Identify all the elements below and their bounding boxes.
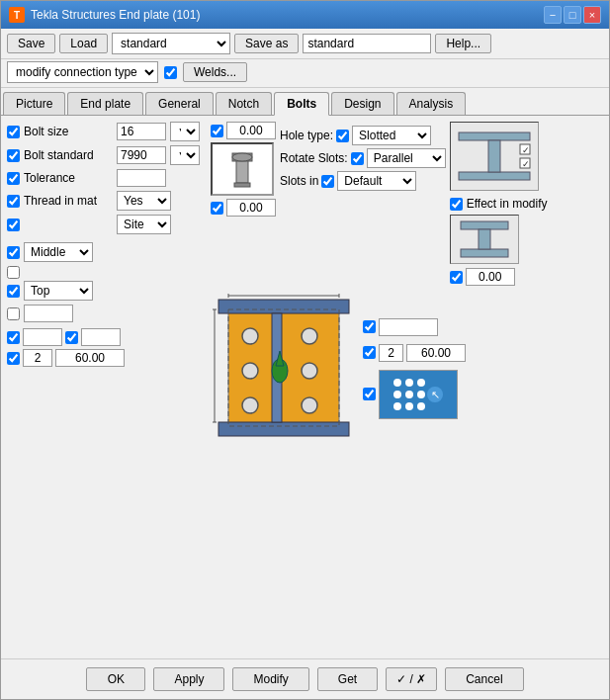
right-diagram-controls: ↖ ▼ <box>363 292 466 445</box>
rotate-slots-checkbox[interactable] <box>351 152 364 165</box>
bolt-size-input[interactable] <box>117 123 166 140</box>
top-select[interactable]: Top <box>24 281 93 301</box>
bolt-input2[interactable] <box>226 199 276 217</box>
tab-general[interactable]: General <box>145 92 214 115</box>
right-count-input[interactable] <box>379 344 403 362</box>
cancel-button[interactable]: Cancel <box>445 667 523 691</box>
svg-point-21 <box>242 363 258 379</box>
bottom-check3[interactable] <box>7 352 20 365</box>
bolt-standard-input[interactable] <box>117 146 166 164</box>
tab-notch[interactable]: Notch <box>216 92 272 115</box>
bottom-input1[interactable] <box>23 328 62 346</box>
top-checkbox[interactable] <box>7 285 20 298</box>
right-count-checkbox[interactable] <box>363 346 376 359</box>
help-button[interactable]: Help... <box>435 34 491 53</box>
right-spacing-input[interactable] <box>406 344 466 362</box>
footer: OK Apply Modify Get ✓ / ✗ Cancel <box>1 658 609 699</box>
bottom-check1[interactable] <box>7 331 20 344</box>
effect-val-input[interactable] <box>466 268 515 286</box>
right-top-input[interactable] <box>379 318 438 336</box>
maximize-button[interactable]: □ <box>564 6 581 24</box>
bolt-input1[interactable] <box>226 122 276 139</box>
bottom-count-input[interactable] <box>23 349 52 367</box>
bolt-size-select[interactable]: ▼ <box>170 122 200 141</box>
site-checkbox[interactable] <box>7 219 20 231</box>
site-row: Site <box>7 215 205 234</box>
rotate-slots-select[interactable]: Parallel <box>367 148 446 168</box>
welds-button[interactable]: Welds... <box>183 62 247 82</box>
site-select[interactable]: Site <box>117 215 171 234</box>
title-bar: T Tekla Structures End plate (101) − □ × <box>1 1 609 29</box>
right-count-row <box>363 344 466 362</box>
svg-point-41 <box>405 402 413 410</box>
tolerance-checkbox[interactable] <box>7 172 20 185</box>
input2-checkbox[interactable] <box>211 202 223 215</box>
modify-button[interactable]: Modify <box>232 667 308 691</box>
flange-svg: ✓ ✓ <box>451 123 538 190</box>
bottom-check2[interactable] <box>65 331 78 344</box>
bottom-count-row <box>7 328 205 346</box>
tab-design[interactable]: Design <box>331 92 393 115</box>
extra-checkbox2[interactable] <box>7 307 20 320</box>
svg-point-40 <box>393 402 401 410</box>
preset-dropdown[interactable]: standard <box>112 33 230 54</box>
bolt-size-checkbox[interactable] <box>7 126 20 138</box>
ok-button[interactable]: OK <box>86 667 145 691</box>
tab-picture[interactable]: Picture <box>3 92 65 115</box>
tolerance-row: Tolerance <box>7 169 205 187</box>
bottom-spacing-input[interactable] <box>55 349 125 367</box>
extra-checkbox[interactable] <box>7 266 20 279</box>
hole-type-checkbox[interactable] <box>336 130 349 142</box>
modify-connection-dropdown[interactable]: modify connection type <box>7 61 158 83</box>
slots-in-checkbox[interactable] <box>321 175 334 188</box>
svg-rect-1 <box>236 161 248 183</box>
svg-point-39 <box>417 391 425 398</box>
load-button[interactable]: Load <box>59 34 108 53</box>
bolt-size-label: Bolt size <box>24 125 113 138</box>
pattern-checkbox[interactable] <box>363 388 376 400</box>
effect-input-row <box>450 268 548 286</box>
effect-checkbox[interactable] <box>450 198 463 211</box>
bolt-standard-checkbox[interactable] <box>7 149 20 162</box>
toolbar-row2: modify connection type Welds... <box>1 59 609 88</box>
tab-end-plate[interactable]: End plate <box>67 92 143 115</box>
input1-checkbox[interactable] <box>211 125 223 137</box>
left-panel: Bolt size ▼ Bolt standard ▼ <box>7 122 205 653</box>
middle-checkbox[interactable] <box>7 246 20 259</box>
hole-type-label: Hole type: <box>280 129 333 142</box>
bolt-input-row2 <box>211 199 276 217</box>
hole-type-select[interactable]: Slotted <box>352 126 431 145</box>
thread-mat-select[interactable]: Yes <box>117 191 171 211</box>
struct-diagram <box>211 292 357 445</box>
get-button[interactable]: Get <box>317 667 378 691</box>
apply-button[interactable]: Apply <box>153 667 224 691</box>
checkmark-button[interactable]: ✓ / ✗ <box>386 667 437 691</box>
bottom-input2[interactable] <box>81 328 121 346</box>
save-as-button[interactable]: Save as <box>234 34 299 53</box>
pattern-box[interactable]: ↖ ▼ <box>379 370 458 419</box>
svg-rect-15 <box>218 300 349 313</box>
main-diagram-area: ↖ ▼ <box>211 292 603 445</box>
close-button[interactable]: × <box>583 6 601 24</box>
bolt-diagram-svg <box>213 145 272 193</box>
svg-rect-12 <box>461 249 508 257</box>
effect-val-checkbox[interactable] <box>450 271 463 284</box>
thread-mat-checkbox[interactable] <box>7 195 20 208</box>
tolerance-input[interactable] <box>117 169 166 187</box>
svg-point-36 <box>417 379 425 387</box>
save-as-input[interactable] <box>303 34 431 53</box>
small-bolt-diagram <box>450 215 519 264</box>
app-icon: T <box>9 7 25 23</box>
tab-analysis[interactable]: Analysis <box>396 92 467 115</box>
slots-in-select[interactable]: Default <box>337 171 416 191</box>
middle-select[interactable]: Middle <box>24 242 93 262</box>
tab-bolts[interactable]: Bolts <box>274 92 329 116</box>
extra-input[interactable] <box>24 305 73 322</box>
svg-point-22 <box>302 363 317 379</box>
extra-check-row <box>7 305 205 322</box>
minimize-button[interactable]: − <box>544 6 562 24</box>
bolt-standard-select[interactable]: ▼ <box>170 145 200 165</box>
save-button[interactable]: Save <box>7 34 55 53</box>
right-top-checkbox[interactable] <box>363 320 376 333</box>
toolbar2-checkbox[interactable] <box>164 66 177 79</box>
